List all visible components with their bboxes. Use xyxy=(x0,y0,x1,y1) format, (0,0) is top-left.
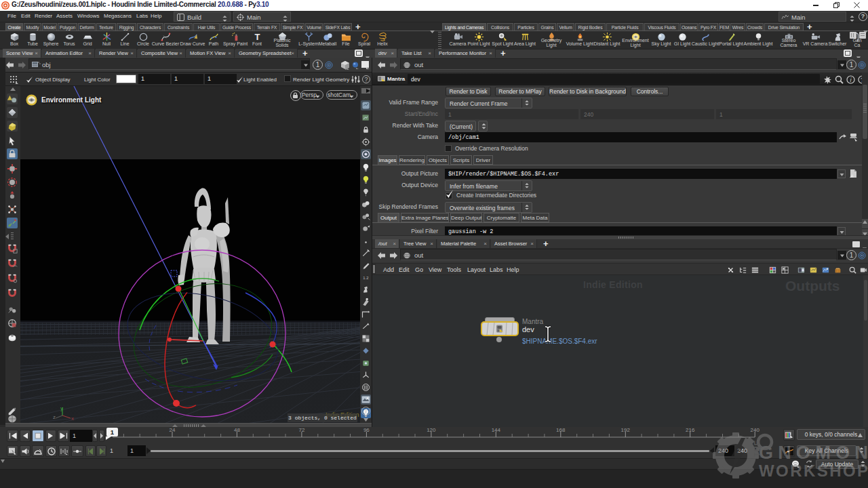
svg-text:1.2: 1.2 xyxy=(363,276,368,280)
svg-text:x: x xyxy=(71,415,74,422)
svg-text:y: y xyxy=(60,405,63,411)
svg-text:T: T xyxy=(254,32,260,42)
svg-text:GNOMON: GNOMON xyxy=(759,443,868,463)
svg-text:z: z xyxy=(53,414,56,420)
svg-text:WORKSHOP: WORKSHOP xyxy=(759,462,868,480)
svg-text:i: i xyxy=(850,77,852,83)
